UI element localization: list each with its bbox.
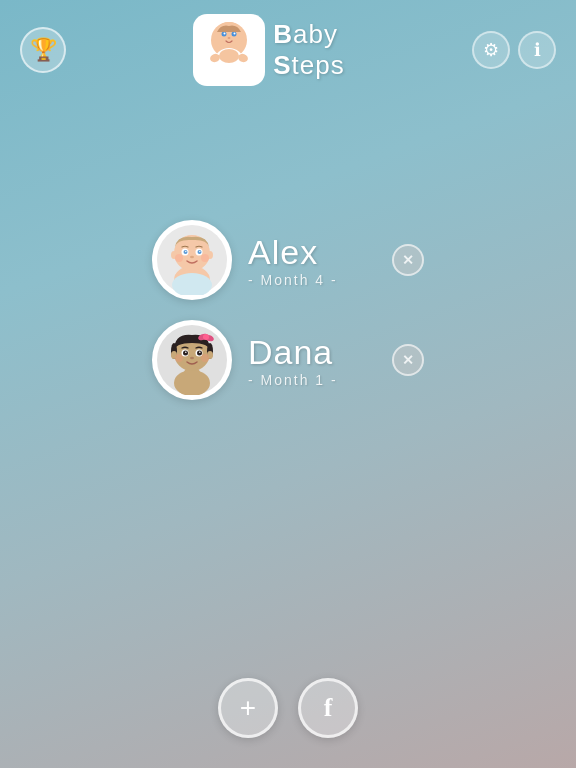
logo-text: Baby Steps [273,19,345,81]
dana-avatar-svg [157,325,227,395]
baby-list: Alex - Month 4 - ✕ [0,220,576,400]
svg-point-24 [175,254,183,262]
logo-baby-svg [193,14,265,86]
alex-avatar-svg [157,225,227,295]
svg-point-40 [197,351,202,356]
baby-month-dana: - Month 1 - [248,372,368,388]
svg-point-25 [201,254,209,262]
trophy-icon: 🏆 [30,37,57,63]
facebook-button[interactable]: f [298,678,358,738]
svg-point-34 [203,334,209,340]
svg-point-41 [185,351,187,353]
baby-info-alex: Alex - Month 4 - [248,233,368,288]
baby-avatar-alex [152,220,232,300]
facebook-icon: f [324,693,333,723]
top-icons: ⚙ ℹ [472,31,556,69]
baby-name-alex: Alex [248,233,368,272]
top-bar: 🏆 [0,0,576,100]
baby-item-dana[interactable]: Dana - Month 1 - ✕ [152,320,424,400]
svg-point-44 [175,354,183,362]
settings-icon: ⚙ [483,39,499,61]
svg-point-5 [234,33,236,35]
svg-point-21 [190,256,194,258]
logo-area: Baby Steps [193,14,345,86]
baby-item-alex[interactable]: Alex - Month 4 - ✕ [152,220,424,300]
baby-month-alex: - Month 4 - [248,272,368,288]
remove-alex-button[interactable]: ✕ [392,244,424,276]
add-baby-button[interactable]: + [218,678,278,738]
svg-point-42 [199,351,201,353]
trophy-button[interactable]: 🏆 [20,27,66,73]
baby-name-dana: Dana [248,333,368,372]
add-icon: + [240,692,256,724]
bottom-bar: + f [0,678,576,738]
svg-point-6 [228,37,231,39]
svg-point-39 [183,351,188,356]
settings-button[interactable]: ⚙ [472,31,510,69]
logo-line2: Steps [273,50,345,81]
svg-point-45 [201,354,209,362]
logo-image [193,14,265,86]
logo-line1: Baby [273,19,345,50]
svg-point-8 [219,49,239,63]
svg-point-19 [185,251,186,252]
baby-info-dana: Dana - Month 1 - [248,333,368,388]
svg-point-20 [199,251,200,252]
svg-point-43 [190,357,194,359]
remove-dana-button[interactable]: ✕ [392,344,424,376]
svg-point-4 [224,33,226,35]
info-button[interactable]: ℹ [518,31,556,69]
info-icon: ℹ [534,39,541,61]
baby-avatar-dana [152,320,232,400]
